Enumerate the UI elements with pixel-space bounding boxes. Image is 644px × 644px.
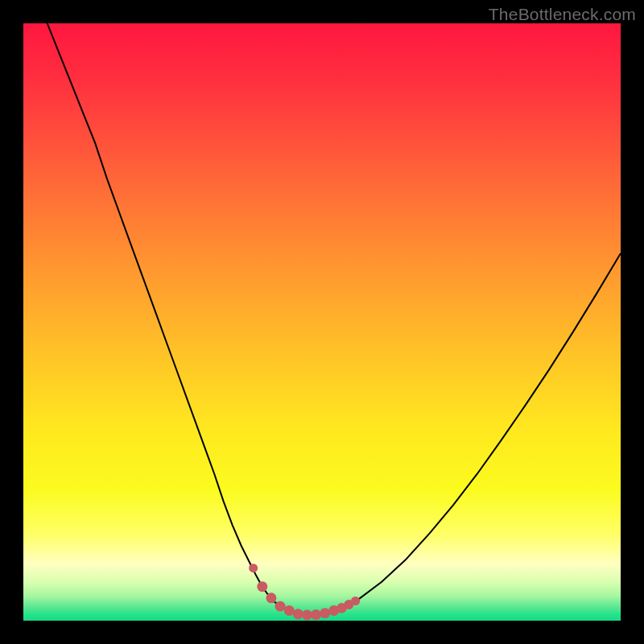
curve-marker	[266, 592, 276, 603]
curve-marker	[311, 609, 321, 620]
curve-marker	[249, 564, 258, 572]
curve-marker	[302, 609, 312, 620]
curve-marker	[293, 609, 303, 619]
bottleneck-curve	[47, 23, 621, 615]
plot-area	[23, 23, 621, 621]
curve-marker	[320, 608, 330, 618]
curve-marker	[275, 601, 286, 612]
curve-marker	[284, 605, 295, 616]
curve-layer	[23, 23, 621, 621]
curve-marker	[257, 581, 267, 592]
watermark-text: TheBottleneck.com	[489, 5, 636, 24]
outer-frame: TheBottleneck.com	[0, 0, 644, 644]
curve-marker	[351, 597, 360, 605]
